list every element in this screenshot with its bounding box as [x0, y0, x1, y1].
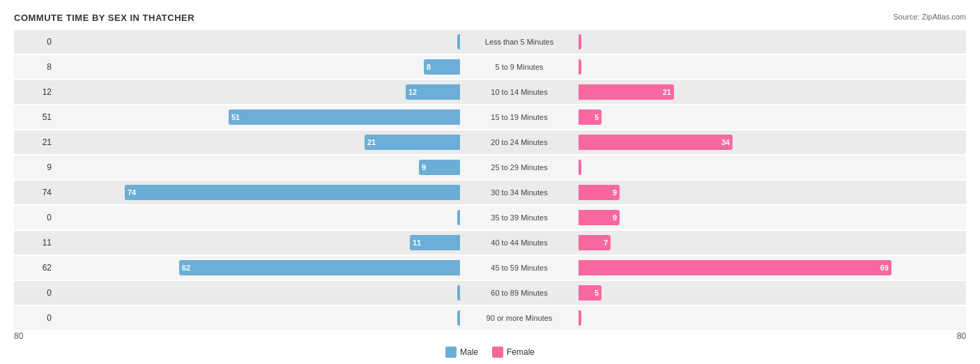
male-bar-wrap	[56, 34, 460, 50]
female-bar-wrap: 9	[579, 185, 980, 200]
female-bar-wrap: 9	[579, 210, 980, 225]
legend-female-label: Female	[507, 347, 535, 357]
male-bar: 11	[410, 235, 460, 250]
bar-row: 9925 to 29 Minutes0	[14, 156, 966, 179]
time-label: 40 to 44 Minutes	[460, 238, 579, 247]
female-bar	[579, 34, 581, 50]
male-value: 0	[14, 288, 56, 298]
male-bar-wrap	[56, 310, 460, 326]
bar-row: 121210 to 14 Minutes21	[14, 80, 966, 104]
male-value: 12	[14, 87, 56, 97]
bar-row: 885 to 9 Minutes0	[14, 55, 966, 79]
male-value: 8	[14, 62, 56, 72]
male-value: 62	[14, 263, 56, 273]
time-label: 25 to 29 Minutes	[460, 163, 579, 172]
male-bar-inner-label: 12	[408, 88, 417, 96]
male-bar: 74	[125, 185, 460, 200]
male-bar-wrap	[56, 210, 460, 225]
time-label: 5 to 9 Minutes	[460, 63, 579, 71]
rows-area: 0Less than 5 Minutes0885 to 9 Minutes012…	[14, 30, 966, 331]
male-bar: 12	[406, 84, 460, 100]
male-bar-inner-label: 62	[182, 264, 190, 272]
male-value: 0	[14, 213, 56, 222]
bar-row: 090 or more Minutes0	[14, 306, 966, 330]
female-bar: 5	[579, 285, 602, 301]
female-bar-wrap	[579, 310, 980, 326]
source-label: Source: ZipAtlas.com	[893, 13, 966, 21]
time-label: 30 to 34 Minutes	[460, 188, 579, 197]
male-bar: 21	[365, 135, 460, 150]
time-label: 45 to 59 Minutes	[460, 264, 579, 272]
bar-row: 0Less than 5 Minutes0	[14, 30, 966, 54]
female-bar-wrap	[579, 59, 980, 75]
bar-row: 626245 to 59 Minutes69	[14, 256, 966, 280]
legend: Male Female	[14, 347, 966, 358]
legend-male-label: Male	[460, 347, 478, 357]
female-bar-wrap: 5	[579, 285, 980, 301]
female-bar-inner-label: 34	[721, 138, 730, 146]
female-bar: 5	[579, 109, 602, 125]
female-bar-inner-label: 69	[880, 264, 889, 272]
male-bar-wrap: 11	[56, 235, 460, 250]
male-value: 0	[14, 37, 56, 47]
male-swatch	[445, 347, 457, 358]
female-bar-wrap: 21	[579, 84, 980, 100]
chart-title: COMMUTE TIME BY SEX IN THATCHER	[14, 13, 966, 23]
female-bar: 9	[579, 210, 620, 225]
female-bar-wrap	[579, 160, 980, 175]
male-bar-inner-label: 74	[128, 188, 136, 197]
male-bar-wrap: 51	[56, 109, 460, 125]
male-bar-wrap: 8	[56, 59, 460, 75]
male-bar: 8	[424, 59, 460, 75]
female-bar: 34	[579, 135, 733, 150]
female-bar: 9	[579, 185, 620, 200]
female-bar	[579, 160, 581, 175]
female-bar-inner-label: 21	[663, 88, 671, 96]
male-bar: 51	[229, 109, 460, 125]
time-label: Less than 5 Minutes	[460, 38, 579, 46]
male-bar-wrap	[56, 285, 460, 301]
female-bar	[579, 59, 581, 75]
male-value: 9	[14, 162, 56, 172]
chart-container: COMMUTE TIME BY SEX IN THATCHER Source: …	[0, 0, 980, 364]
female-bar	[579, 310, 581, 326]
axis-right: 80	[957, 331, 966, 341]
female-bar: 69	[579, 260, 891, 275]
male-bar-inner-label: 9	[422, 163, 426, 172]
female-bar-inner-label: 7	[604, 238, 608, 247]
female-bar-inner-label: 9	[613, 188, 617, 197]
male-bar-wrap: 9	[56, 160, 460, 175]
male-bar: 62	[179, 260, 460, 275]
male-bar-wrap: 21	[56, 135, 460, 150]
time-label: 20 to 24 Minutes	[460, 138, 579, 146]
female-bar: 21	[579, 84, 674, 100]
bar-row: 035 to 39 Minutes9	[14, 206, 966, 229]
female-swatch	[492, 347, 503, 358]
female-bar-wrap	[579, 34, 980, 50]
axis-labels: 80 80	[14, 331, 966, 342]
legend-male: Male	[445, 347, 478, 358]
female-bar-wrap: 7	[579, 235, 980, 250]
time-label: 15 to 19 Minutes	[460, 113, 579, 121]
male-value: 74	[14, 188, 56, 197]
time-label: 60 to 89 Minutes	[460, 289, 579, 297]
male-bar-inner-label: 51	[231, 113, 240, 121]
male-value: 11	[14, 238, 56, 248]
male-value: 51	[14, 112, 56, 122]
male-bar-inner-label: 8	[427, 63, 431, 71]
time-label: 90 or more Minutes	[460, 314, 579, 322]
male-bar: 9	[419, 160, 460, 175]
male-bar-wrap: 74	[56, 185, 460, 200]
male-bar-wrap: 62	[56, 260, 460, 275]
time-label: 10 to 14 Minutes	[460, 88, 579, 96]
legend-female: Female	[492, 347, 535, 358]
bar-row: 515115 to 19 Minutes5	[14, 105, 966, 129]
female-bar-wrap: 5	[579, 109, 980, 125]
female-bar: 7	[579, 235, 611, 250]
female-bar-wrap: 69	[579, 260, 980, 275]
female-bar-inner-label: 5	[595, 113, 599, 121]
male-value: 0	[14, 313, 56, 323]
bar-row: 212120 to 24 Minutes34	[14, 130, 966, 154]
female-bar-inner-label: 9	[613, 213, 617, 222]
time-label: 35 to 39 Minutes	[460, 213, 579, 222]
